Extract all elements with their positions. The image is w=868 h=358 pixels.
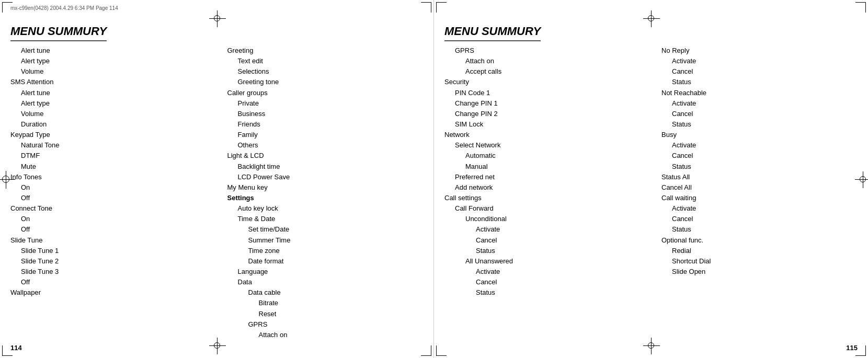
list-item: Language [217, 267, 424, 277]
top-cross-right [444, 15, 858, 21]
list-item: Summer Time [217, 235, 424, 246]
list-item: Volume [10, 66, 217, 77]
list-item: Data [217, 277, 424, 287]
list-item: Mute [10, 161, 217, 172]
list-item: SIM Lock [444, 119, 651, 130]
list-item: Change PIN 2 [444, 109, 651, 119]
list-item: Friends [217, 119, 424, 130]
list-item: Busy [651, 130, 858, 140]
list-item: On [10, 182, 217, 193]
list-item: Slide Open [651, 267, 858, 277]
list-item: Alert tune [10, 88, 217, 98]
list-item: Attach on [444, 56, 651, 66]
list-item: Slide Tune 2 [10, 256, 217, 267]
corner-mark-tr-r [855, 2, 866, 13]
left-col1: Alert tuneAlert typeVolumeSMS AttentionA… [10, 45, 217, 340]
list-item: Greeting [217, 45, 424, 56]
list-item: All Unanswered [444, 256, 651, 267]
list-item: PIN Code 1 [444, 88, 651, 98]
list-item: Activate [444, 267, 651, 277]
list-item: Cancel [651, 214, 858, 224]
list-item: Time zone [217, 246, 424, 256]
list-item: Alert tune [10, 45, 217, 56]
list-item: GPRS [444, 45, 651, 56]
list-item: Date format [217, 256, 424, 267]
list-item: Activate [444, 224, 651, 235]
left-page-title: MENU SUMMURY [10, 25, 107, 41]
list-item: Activate [651, 140, 858, 151]
right-col1: GPRSAttach onAccept callsSecurityPIN Cod… [444, 45, 651, 298]
list-item: Status [444, 287, 651, 298]
list-item: Manual [444, 161, 651, 172]
list-item: Text edit [217, 56, 424, 66]
list-item: Cancel [651, 151, 858, 161]
right-page-title: MENU SUMMURY [444, 25, 541, 41]
left-col2: GreetingText editSelectionsGreeting tone… [217, 45, 424, 340]
corner-mark-bl-r [436, 345, 447, 356]
list-item: Slide Tune [10, 235, 217, 246]
list-item: Unconditional [444, 214, 651, 224]
list-item: Alert type [10, 98, 217, 109]
corner-mark-tr [421, 2, 431, 13]
page-left: mx-c99en(0428) 2004.4.29 6:34 PM Page 11… [0, 0, 434, 358]
list-item: Redial [651, 246, 858, 256]
list-item: Status [651, 224, 858, 235]
list-item: Cancel All [651, 182, 858, 193]
list-item: My Menu key [217, 182, 424, 193]
list-item: Time & Date [217, 214, 424, 224]
list-item: GPRS [217, 319, 424, 330]
list-item: Info Tones [10, 172, 217, 182]
list-item: Status [444, 246, 651, 256]
list-item: Security [444, 77, 651, 87]
list-item: Call waiting [651, 193, 858, 203]
list-item: Caller groups [217, 88, 424, 98]
list-item: Set time/Date [217, 224, 424, 235]
list-item: Cancel [651, 66, 858, 77]
right-col2: No ReplyActivateCancelStatusNot Reachabl… [651, 45, 858, 298]
list-item: Private [217, 98, 424, 109]
list-item: Cancel [444, 277, 651, 287]
list-item: Natural Tone [10, 140, 217, 151]
right-page-content: GPRSAttach onAccept callsSecurityPIN Cod… [444, 45, 858, 298]
list-item: Light & LCD [217, 151, 424, 161]
list-item: Selections [217, 66, 424, 77]
list-item: Reset [217, 309, 424, 319]
list-item: Settings [217, 193, 424, 203]
right-center-cross [860, 176, 866, 182]
list-item: Duration [10, 119, 217, 130]
list-item: Accept calls [444, 66, 651, 77]
list-item: Wallpaper [10, 287, 217, 298]
list-item: Backlight time [217, 161, 424, 172]
list-item: Off [10, 277, 217, 287]
page-spread: mx-c99en(0428) 2004.4.29 6:34 PM Page 11… [0, 0, 868, 358]
list-item: Slide Tune 1 [10, 246, 217, 256]
list-item: Off [10, 224, 217, 235]
corner-mark-tl [2, 2, 13, 13]
list-item: Activate [651, 98, 858, 109]
list-item: Family [217, 130, 424, 140]
list-item: Others [217, 140, 424, 151]
list-item: Call Forward [444, 203, 651, 214]
list-item: No Reply [651, 45, 858, 56]
list-item: Connect Tone [10, 203, 217, 214]
bottom-cross-right [648, 342, 654, 349]
page-number-left: 114 [10, 344, 22, 352]
list-item: Change PIN 1 [444, 98, 651, 109]
list-item: Select Network [444, 140, 651, 151]
corner-mark-tl-r [436, 2, 447, 13]
list-item: Volume [10, 109, 217, 119]
list-item: Keypad Type [10, 130, 217, 140]
list-item: LCD Power Save [217, 172, 424, 182]
list-item: Slide Tune 3 [10, 267, 217, 277]
list-item: Status [651, 161, 858, 172]
list-item: Optional func. [651, 235, 858, 246]
list-item: Attach on [217, 330, 424, 340]
list-item: On [10, 214, 217, 224]
list-item: Status [651, 77, 858, 87]
list-item: Add network [444, 182, 651, 193]
list-item: Data cable [217, 287, 424, 298]
list-item: Cancel [444, 235, 651, 246]
list-item: Greeting tone [217, 77, 424, 87]
list-item: Auto key lock [217, 203, 424, 214]
list-item: Network [444, 130, 651, 140]
